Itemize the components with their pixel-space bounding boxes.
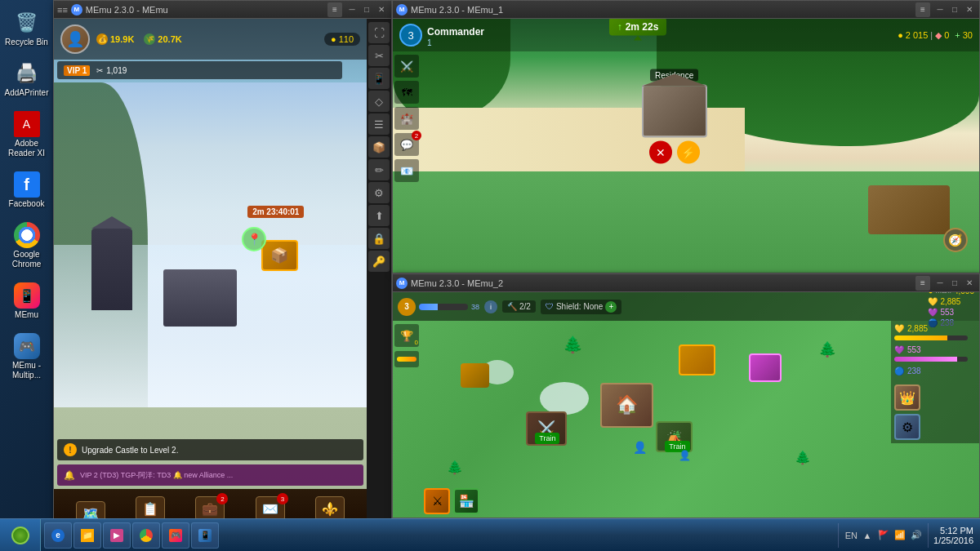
titlebar-window-2[interactable]: M MEmu 2.3.0 - MEmu_1 ≡ ─ □ ✕ <box>393 1 979 19</box>
clock-area[interactable]: 5:12 PM 1/25/2016 <box>933 526 973 545</box>
window-title-1: MEmu 2.3.0 - MEmu <box>86 5 168 15</box>
recycle-bin-icon[interactable]: 🗑️ Recycle Bin <box>3 7 50 51</box>
residence-area[interactable]: ↑ 2m 22s Residence ✕ ⚡ <box>642 67 707 164</box>
taskbar-item-chrome[interactable] <box>132 522 160 549</box>
start-button[interactable] <box>0 519 41 552</box>
food-resource: 🌾 20.7K <box>144 33 181 45</box>
minimize-button-3[interactable]: ─ <box>933 278 947 289</box>
toolbar-fullscreen[interactable]: ⛶ <box>368 22 390 43</box>
boost-button[interactable]: ⚡ <box>677 141 700 164</box>
town-hall[interactable]: 🏠 <box>600 383 653 428</box>
memu-multiplayer-icon[interactable]: 🎮 MEmu -Multip... <box>3 330 50 384</box>
minimize-button-2[interactable]: ─ <box>933 4 947 16</box>
action-btn-shop[interactable]: 🏪 <box>453 488 479 514</box>
window-controls-3: ≡ ─ □ ✕ <box>915 276 976 291</box>
tray-expand-icon[interactable]: ▲ <box>861 529 874 542</box>
taskbar-item-memu-single[interactable]: 📱 <box>191 522 219 549</box>
info-btn[interactable]: i <box>484 300 497 313</box>
chrome-taskbar-icon <box>140 529 153 542</box>
close-button-3[interactable]: ✕ <box>963 278 976 289</box>
hero-avatar-2[interactable]: ⚙ <box>894 414 920 440</box>
tips-bar: ! Upgrade Castle to Level 2. <box>57 439 363 460</box>
items-badge: 2 <box>216 493 228 504</box>
taskbar-item-explorer[interactable]: 📁 <box>74 522 101 549</box>
game-viewport-2[interactable]: 3 Commander 1 ● 2 015 | ◆ <box>393 19 979 273</box>
maximize-button-1[interactable]: □ <box>360 4 373 16</box>
elixir-collector[interactable] <box>749 353 782 382</box>
taskbar-item-media[interactable]: ▶ <box>103 522 131 549</box>
castle-main <box>163 269 237 327</box>
window-2-extra[interactable]: ≡ <box>915 2 930 17</box>
commander-badge: 3 <box>399 24 422 47</box>
taskbar-item-ie[interactable]: e <box>44 522 72 549</box>
game3-background: 3 38 i 🔨 2/2 🛡 Shield: None <box>393 292 979 518</box>
game-viewport-1[interactable]: 👤 💰 19.9K 🌾 20.7K <box>54 19 367 538</box>
train-button-1[interactable]: Train <box>535 433 559 444</box>
toolbar-diamond[interactable]: ◇ <box>368 91 390 112</box>
gold-icon: 💰 <box>96 33 108 45</box>
window-title-3: MEmu 2.3.0 - MEmu_2 <box>411 278 503 288</box>
taskbar-item-memu-multi[interactable]: 🎮 <box>162 522 189 549</box>
titlebar-window-1[interactable]: ≡≡ M MEmu 2.3.0 - MEmu ≡ ─ □ ✕ <box>54 1 391 19</box>
tree-dec-1: 🌲 <box>563 335 583 354</box>
treasure-chest[interactable]: 📦 <box>261 240 298 271</box>
toolbar-scissor[interactable]: ✂ <box>368 45 390 66</box>
clock-date: 1/25/2016 <box>933 535 973 545</box>
player-avatar: 👤 <box>60 24 90 54</box>
game-viewport-3[interactable]: 3 38 i 🔨 2/2 🛡 Shield: None <box>393 292 979 518</box>
adobe-reader-icon[interactable]: A AdobeReader XI <box>3 108 50 162</box>
sidebar-btn-attack[interactable]: ⚔️ <box>394 55 419 78</box>
window-3-extra[interactable]: ≡ <box>915 276 930 291</box>
toolbar-pencil[interactable]: ✏ <box>368 159 390 180</box>
recycle-bin-image: 🗑️ <box>14 10 40 36</box>
tray-flag-icon: 🚩 <box>877 529 890 542</box>
toolbar-menu[interactable]: ☰ <box>368 113 390 135</box>
close-button-2[interactable]: ✕ <box>963 4 976 16</box>
titlebar-window-3[interactable]: M MEmu 2.3.0 - MEmu_2 ≡ ─ □ ✕ <box>393 274 979 292</box>
taskbar-items: e 📁 ▶ 🎮 📱 <box>41 522 838 549</box>
tray-volume-icon[interactable]: 🔊 <box>910 529 923 542</box>
shield-add-btn[interactable]: + <box>605 301 617 313</box>
desktop-icon-area: 🗑️ Recycle Bin 🖨️ AddAPrinter A AdobeRea… <box>0 0 53 390</box>
cancel-construction-button[interactable]: ✕ <box>649 141 672 164</box>
g3-sidebar-trophy[interactable]: 🏆 0 <box>394 324 419 347</box>
xp-fill <box>419 304 438 310</box>
toolbar-package[interactable]: 📦 <box>368 136 390 158</box>
maximize-button-3[interactable]: □ <box>948 278 961 289</box>
sidebar-btn-msg[interactable]: 📧 <box>394 159 419 182</box>
add-printer-icon[interactable]: 🖨️ AddAPrinter <box>3 57 50 101</box>
tree-dec-4: 🌲 <box>447 460 463 475</box>
sidebar-btn-map[interactable]: 🗺 <box>394 81 419 104</box>
vip-badge: VIP 1 <box>64 65 90 76</box>
language-indicator[interactable]: EN <box>845 531 858 540</box>
toolbar-settings[interactable]: ⚙ <box>368 182 390 203</box>
sidebar-gold-value: 2,885 <box>907 324 928 333</box>
toolbar-lock-1[interactable]: 🔒 <box>368 228 390 249</box>
tray-network-icon[interactable]: 📶 <box>893 529 906 542</box>
toolbar-lock-2[interactable]: 🔑 <box>368 251 390 272</box>
windows-logo <box>11 527 29 544</box>
sidebar-elixir-icon: 💜 <box>894 345 904 354</box>
sidebar-btn-city[interactable]: 🏰 <box>394 107 419 130</box>
minimize-button-1[interactable]: ─ <box>345 4 359 16</box>
sidebar-btn-chat[interactable]: 💬 2 <box>394 133 419 156</box>
timer-badge: 2m 23:40:01 <box>247 206 304 218</box>
toolbar-phone[interactable]: 📱 <box>368 68 390 89</box>
gold-storage[interactable] <box>461 363 489 388</box>
toolbar-upload[interactable]: ⬆ <box>368 205 390 226</box>
window-1-extra[interactable]: ≡ <box>327 2 342 17</box>
memu-label: MEmu <box>15 310 38 320</box>
hero-avatar-1[interactable]: 👑 <box>894 384 920 411</box>
close-button-1[interactable]: ✕ <box>375 4 388 16</box>
facebook-icon[interactable]: f Facebook <box>3 168 50 212</box>
gold-mine[interactable] <box>679 344 715 375</box>
action-btn-attack[interactable]: ⚔ <box>424 488 450 514</box>
maximize-button-2[interactable]: □ <box>948 4 961 16</box>
gold-current-value: 2,885 <box>940 297 960 306</box>
tips-text: Upgrade Castle to Level 2. <box>82 446 178 455</box>
google-chrome-icon[interactable]: GoogleChrome <box>3 219 50 273</box>
system-tray: EN ▲ 🚩 📶 🔊 <box>845 529 923 542</box>
player-level-info: 1 <box>427 38 484 47</box>
memu-icon[interactable]: 📱 MEmu <box>3 279 50 323</box>
gold-current-icon: 💛 <box>928 297 938 306</box>
